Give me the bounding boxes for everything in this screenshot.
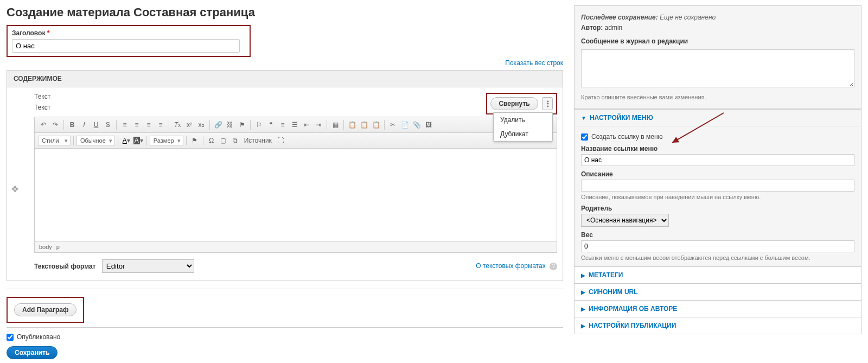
paragraph-dropdown: Удалить Дубликат — [493, 112, 553, 142]
link-icon[interactable]: 🔗 — [213, 119, 224, 130]
removeformat-icon[interactable]: Tx — [172, 119, 183, 130]
log-label: Сообщение в журнал о редакции — [581, 37, 688, 45]
save-button[interactable]: Сохранить — [7, 346, 58, 359]
align-right-icon[interactable]: ≡ — [143, 119, 154, 130]
maximize-icon[interactable]: ⛶ — [275, 135, 286, 146]
log-textarea[interactable] — [581, 49, 854, 87]
subscript-icon[interactable]: x₂ — [196, 119, 207, 130]
menu-link-name-input[interactable] — [581, 154, 854, 166]
title-input[interactable] — [12, 39, 240, 53]
iframe-icon[interactable]: ▢ — [218, 135, 229, 146]
parent-label: Родитель — [581, 205, 854, 212]
format-combo[interactable]: Обычное — [76, 136, 115, 145]
menu-link-name-label: Название ссылки меню — [581, 145, 854, 152]
align-left-icon[interactable]: ≡ — [119, 119, 130, 130]
cut-icon[interactable]: ✂ — [387, 119, 398, 130]
author-label: Автор: — [581, 24, 603, 31]
create-menu-link-label: Создать ссылку в меню — [591, 133, 663, 141]
paste-icon[interactable]: 📋 — [347, 119, 358, 130]
attach-icon[interactable]: 📎 — [411, 119, 422, 130]
text-format-select[interactable]: Editor — [102, 259, 194, 273]
outdent-icon[interactable]: ⇤ — [301, 119, 312, 130]
text-format-help-link[interactable]: О текстовых форматах — [476, 262, 545, 270]
bgcolor-icon[interactable]: A▾ — [133, 135, 144, 146]
italic-icon[interactable]: I — [79, 119, 90, 130]
cke-toolbar-row2: Стили Обычное A▾ A▾ Размер ⚑ Ω ▢ ⧉ — [35, 133, 557, 149]
create-menu-link-checkbox[interactable] — [581, 133, 588, 141]
bold-icon[interactable]: B — [67, 119, 78, 130]
path-body[interactable]: body — [39, 244, 52, 250]
flag-icon[interactable]: ⚐ — [253, 119, 264, 130]
collapse-menu-highlight: Свернуть ⋮ Удалить Дубликат — [486, 93, 557, 114]
log-helper: Кратко опишите внесённые вами изменения. — [581, 93, 854, 103]
description-helper: Описание, показываемое при наведении мыш… — [581, 194, 854, 200]
size-combo[interactable]: Размер — [150, 136, 183, 145]
bookmark-icon[interactable]: ⚑ — [189, 135, 200, 146]
bullet-list-icon[interactable]: ☰ — [289, 119, 300, 130]
tab-metatags[interactable]: ▶МЕТАТЕГИ — [575, 266, 861, 283]
source-button[interactable]: Источник — [242, 135, 274, 146]
add-paragraph-button[interactable]: Add Параграф — [14, 303, 76, 316]
align-center-icon[interactable]: ≡ — [131, 119, 142, 130]
tab-menu-settings[interactable]: ▼НАСТРОЙКИ МЕНЮ — [575, 109, 861, 126]
textcolor-icon[interactable]: A▾ — [121, 135, 132, 146]
strike-icon[interactable]: S — [103, 119, 113, 130]
kebab-icon[interactable]: ⋮ — [542, 97, 553, 110]
numbered-list-icon[interactable]: ≡ — [277, 119, 288, 130]
styles-combo[interactable]: Стили — [38, 136, 71, 145]
help-icon[interactable]: ? — [550, 263, 557, 270]
table-icon[interactable]: ▦ — [330, 119, 341, 130]
caret-right-icon: ▶ — [581, 289, 585, 295]
add-paragraph-highlight: Add Параграф — [7, 297, 84, 323]
author-value: admin — [605, 24, 623, 31]
tab-publish-settings[interactable]: ▶НАСТРОЙКИ ПУБЛИКАЦИИ — [575, 317, 861, 334]
tab-author-info[interactable]: ▶ИНФОРМАЦИЯ ОБ АВТОРЕ — [575, 300, 861, 317]
weight-helper: Ссылки меню с меньшим весом отображаются… — [581, 254, 854, 261]
dropdown-duplicate[interactable]: Дубликат — [494, 127, 552, 141]
description-label: Описание — [581, 170, 854, 178]
cke-toolbar-row1: ↶ ↷ B I U S ≡ ≡ ≡ ≡ Tx x² — [35, 117, 557, 133]
caret-right-icon: ▶ — [581, 306, 585, 312]
last-saved-label: Последнее сохранение: — [581, 14, 658, 21]
caret-right-icon: ▶ — [581, 323, 585, 329]
path-p[interactable]: p — [56, 244, 60, 250]
image-icon[interactable]: 🖼 — [423, 119, 434, 130]
cke-content-area[interactable] — [35, 149, 557, 241]
parent-select[interactable]: <Основная навигация> — [581, 214, 669, 227]
paste-text-icon[interactable]: 📋 — [359, 119, 369, 130]
quote-icon[interactable]: ❝ — [265, 119, 276, 130]
anchor-icon[interactable]: ⚑ — [237, 119, 247, 130]
undo-icon[interactable]: ↶ — [38, 119, 49, 130]
redo-icon[interactable]: ↷ — [50, 119, 61, 130]
text-format-label: Текстовый формат — [34, 263, 95, 270]
published-checkbox[interactable] — [7, 334, 14, 341]
paste-word-icon[interactable]: 📋 — [371, 119, 381, 130]
collapse-button[interactable]: Свернуть — [490, 97, 538, 110]
superscript-icon[interactable]: x² — [184, 119, 195, 130]
cke-elements-path: body p — [35, 241, 557, 252]
omega-icon[interactable]: Ω — [206, 135, 217, 146]
title-label: Заголовок * — [12, 29, 245, 37]
copy-icon[interactable]: 📄 — [399, 119, 410, 130]
meta-box: Последнее сохранение: Еще не сохранено А… — [574, 5, 861, 109]
last-saved-value: Еще не сохранено — [660, 14, 716, 21]
description-input[interactable] — [581, 180, 854, 192]
dropdown-delete[interactable]: Удалить — [494, 113, 552, 127]
tab-url-alias[interactable]: ▶СИНОНИМ URL — [575, 283, 861, 300]
text-field-label: Текст — [34, 104, 50, 111]
weight-input[interactable] — [581, 240, 854, 252]
page-title: Создание материала Составная страница — [7, 5, 563, 20]
caret-right-icon: ▶ — [581, 272, 585, 278]
published-label: Опубликовано — [17, 333, 60, 341]
weight-label: Вес — [581, 231, 854, 239]
paragraph-type-label: Текст — [34, 93, 50, 100]
sourcebtn-icon[interactable]: ⧉ — [230, 135, 241, 146]
indent-icon[interactable]: ⇥ — [313, 119, 324, 130]
unlink-icon[interactable]: ⛓ — [225, 119, 235, 130]
ckeditor: ↶ ↷ B I U S ≡ ≡ ≡ ≡ Tx x² — [34, 117, 557, 253]
show-row-weights-link[interactable]: Показать вес строк — [505, 59, 563, 67]
underline-icon[interactable]: U — [91, 119, 101, 130]
content-section-header: СОДЕРЖИМОЕ — [7, 70, 563, 87]
drag-handle-icon[interactable]: ✥ — [11, 184, 18, 194]
align-justify-icon[interactable]: ≡ — [155, 119, 166, 130]
